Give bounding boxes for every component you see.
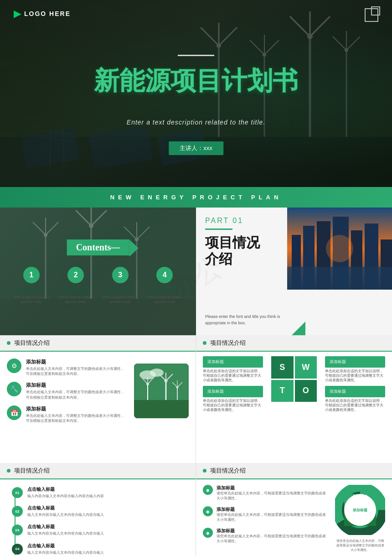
section-header-1: 项目情况介绍	[0, 335, 196, 352]
swot-grid: S W T O	[271, 356, 317, 402]
part01-content: PART 01 项目情况 介绍	[205, 217, 260, 267]
content-item-3: 3 市场竞争水平 This is used to write a specifi…	[102, 267, 139, 305]
right-icon-3: ◆	[203, 528, 213, 538]
swot-right-labels: 添加标题 单击此处添加合适的文字加以说明，可根据自己的需要通过地调整文字大小或者…	[325, 356, 385, 412]
swot-desc-1: 单击此处添加合适的文字加以说明，可根据自己的需要通过地调整文字大小或者颜色等属性…	[203, 369, 263, 382]
project-left-panel: 项目情况介绍 ⚙ 添加标题 单击此处输入文本内容，可调整文字的颜色或者大小等属性…	[0, 335, 196, 463]
donut-desc: 请您单击此处输入文本内容，可根据需要适当地调整文字的颜色或者大小等属性。	[335, 539, 385, 552]
timeline-chart-slide: 项目情况介绍 01 点击输入标题 输入内容办输入文本内容办输入内容办输入内容 0…	[0, 463, 392, 556]
swot-item-1: 添加标题 单击此处添加合适的文字加以说明，可根据自己的需要通过地调整文字大小或者…	[203, 356, 263, 382]
right-item-2-title: 添加标题	[217, 506, 328, 513]
proj-item-2-title: 添加标题	[26, 382, 127, 389]
timeline-desc-4: 输入文本内容办输入文本内容办输入内容办输入	[27, 550, 186, 555]
right-items-body: ◆ 添加标题 请您单击此处输入文本内容，可根据需要适当地调整文字的颜色或者大小等…	[196, 479, 392, 556]
timeline-title-1: 点击输入标题	[27, 486, 186, 493]
donut-inner: 添加标题	[344, 494, 376, 526]
proj-item-2-desc: 单击此处输入文本内容，可调整文字的颜色或者大小等属性，可在模板位置复制粘贴文本内…	[26, 390, 127, 400]
swot-item-3: 添加标题 单击此处添加合适的文字加以说明，可根据自己的需要通过地调整文字大小或者…	[325, 356, 385, 382]
timeline-dot-4: 04	[12, 544, 23, 555]
right-item-3-desc: 请您单击此处输入文本内容，可根据需要适当地调整文字的颜色或者大小等属性。	[217, 534, 328, 544]
content-desc-2: This is used to write a specific body.	[57, 295, 94, 305]
proj-item-3-text: 添加标题 单击此处输入文本内容，可调整文字的颜色或者大小等属性，可在模板位置复制…	[26, 405, 127, 423]
content-label-2: 先进理念优势	[62, 286, 89, 292]
banner-text: NEW ENERGY PROJECT PLAN	[110, 194, 282, 201]
swot-label-2: 添加标题	[203, 386, 263, 397]
right-item-1-text: 添加标题 请您单击此处输入文本内容，可根据需要适当地调整文字的颜色或者大小等属性…	[217, 485, 328, 501]
contents-header: Contents—	[67, 239, 129, 255]
swot-item-4: 添加标题 单击此处添加合适的文字加以说明，可根据自己的需要通过地调整文字大小或者…	[325, 386, 385, 412]
right-item-1-title: 添加标题	[217, 485, 328, 491]
content-desc-4: This is used to write a specific body.	[146, 295, 183, 305]
timeline-dot-1: 01	[12, 487, 23, 498]
project-right-panel: 项目情况介绍 添加标题 单击此处添加合适的文字加以说明，可根据自己的需要通过地调…	[196, 335, 392, 463]
swot-t-cell: T	[271, 380, 294, 402]
right-item-2-text: 添加标题 请您单击此处输入文本内容，可根据需要适当地调整文字的颜色或者大小等属性…	[217, 506, 328, 522]
section-header-4: 项目情况介绍	[196, 463, 392, 479]
swot-body: 添加标题 单击此处添加合适的文字加以说明，可根据自己的需要通过地调整文字大小或者…	[196, 352, 392, 417]
timeline-title-4: 点击输入标题	[27, 543, 186, 549]
swot-grid-container: S W T O	[268, 356, 320, 412]
part01-panel: PART 01 项目情况 介绍 Please enter the font an…	[196, 208, 392, 335]
right-item-1-desc: 请您单击此处输入文本内容，可根据需要适当地调整文字的颜色或者大小等属性。	[217, 491, 328, 501]
green-banner: NEW ENERGY PROJECT PLAN	[0, 187, 392, 208]
timeline-desc-2: 输入文本内容办输入文本内容办输入内容办输入	[27, 512, 186, 517]
proj-item-1: ⚙ 添加标题 单击此处输入文本内容，可调整文字的颜色或者大小等属性，可在模板位置…	[7, 359, 127, 376]
section-title-1: 项目情况介绍	[14, 339, 50, 347]
timeline-title-2: 点击输入标题	[27, 505, 186, 511]
timeline-desc-3: 输入文本内容办输入文本内容办输入内容办输入	[27, 531, 186, 536]
section-title-3: 项目情况介绍	[14, 467, 50, 475]
content-item-2: 2 先进理念优势 This is used to write a specifi…	[57, 267, 94, 305]
wrench-icon: 🔧	[7, 382, 21, 396]
part01-divider	[205, 229, 232, 230]
corner-fold-decoration	[292, 322, 305, 335]
swot-s-cell: S	[271, 356, 294, 379]
content-item-4: 4 未来发展前景 This is used to write a specifi…	[146, 267, 183, 305]
swot-label-1: 添加标题	[203, 356, 263, 368]
contents-panel: Contents— 1 项目情况介绍 This is used to write…	[0, 208, 196, 335]
timeline-title-3: 点击输入标题	[27, 524, 186, 530]
right-item-2-desc: 请您单击此处输入文本内容，可根据需要适当地调整文字的颜色或者大小等属性。	[217, 513, 328, 522]
timeline-item-1: 01 点击输入标题 输入内容办输入文本内容办输入内容办输入内容	[27, 486, 186, 499]
part01-desc: Please enter the font and title you thin…	[205, 314, 292, 326]
proj-item-1-text: 添加标题 单击此处输入文本内容，可调整文字的颜色或者大小等属性，可在模板位置复制…	[26, 359, 127, 376]
right-icon-1: ◆	[203, 485, 213, 495]
svg-point-59	[150, 369, 164, 377]
proj-item-3: 📅 添加标题 单击此处输入文本内容，可调整文字的颜色或者大小等属性，可在模板位置…	[7, 405, 127, 423]
header-dot-3	[7, 469, 10, 473]
svg-rect-57	[134, 400, 189, 418]
timeline-panel: 项目情况介绍 01 点击输入标题 输入内容办输入文本内容办输入内容办输入内容 0…	[0, 463, 196, 556]
proj-body-1: ⚙ 添加标题 单击此处输入文本内容，可调整文字的颜色或者大小等属性，可在模板位置…	[0, 352, 196, 430]
contents-items-list: 1 项目情况介绍 This is used to write a specifi…	[9, 267, 187, 305]
content-circle-1: 1	[23, 267, 40, 283]
header-dot-4	[203, 469, 206, 473]
swot-item-2: 添加标题 单击此处添加合适的文字加以说明，可根据自己的需要通过地调整文字大小或者…	[203, 386, 263, 412]
timeline-body: 01 点击输入标题 输入内容办输入文本内容办输入内容办输入内容 02 点击输入标…	[0, 479, 196, 556]
content-desc-1: This is used to write a specific body.	[13, 295, 50, 305]
hero-slide: ▶ LOGO HERE 新能源项目计划书 Enter a text descri…	[0, 0, 392, 187]
timeline-item-3: 03 点击输入标题 输入文本内容办输入文本内容办输入内容办输入	[27, 524, 186, 536]
swot-grid-area: 添加标题 单击此处添加合适的文字加以说明，可根据自己的需要通过地调整文字大小或者…	[203, 356, 385, 412]
project-sections: 项目情况介绍 ⚙ 添加标题 单击此处输入文本内容，可调整文字的颜色或者大小等属性…	[0, 335, 392, 463]
section-title-2: 项目情况介绍	[210, 339, 246, 347]
content-circle-2: 2	[67, 267, 84, 283]
svg-rect-54	[287, 267, 392, 290]
part01-title: 项目情况 介绍	[205, 234, 260, 267]
timeline-desc-1: 输入内容办输入文本内容办输入内容办输入内容	[27, 494, 186, 499]
part01-image	[287, 208, 392, 290]
main-title: 新能源项目计划书	[94, 64, 298, 99]
content-item-1: 1 项目情况介绍 This is used to write a specifi…	[13, 267, 50, 305]
proj-item-2-text: 添加标题 单击此处输入文本内容，可调整文字的颜色或者大小等属性，可在模板位置复制…	[26, 382, 127, 400]
section-title-4: 项目情况介绍	[210, 467, 246, 475]
content-circle-3: 3	[112, 267, 129, 283]
timeline-dot-2: 02	[12, 506, 23, 517]
donut-chart: 添加标题	[335, 485, 385, 535]
right-item-3-text: 添加标题 请您单击此处输入文本内容，可根据需要适当地调整文字的颜色或者大小等属性…	[217, 528, 328, 544]
gear-icon: ⚙	[7, 359, 21, 373]
content-label-4: 未来发展前景	[151, 286, 178, 292]
content-label-3: 市场竞争水平	[107, 286, 134, 292]
proj-item-1-desc: 单击此处输入文本内容，可调整文字的颜色或者大小等属性，可在模板位置复制粘贴文本内…	[26, 366, 127, 376]
contents-slide: Contents— 1 项目情况介绍 This is used to write…	[0, 208, 392, 335]
section-header-3: 项目情况介绍	[0, 463, 196, 479]
proj-items-list: ⚙ 添加标题 单击此处输入文本内容，可调整文字的颜色或者大小等属性，可在模板位置…	[7, 359, 127, 423]
right-icon-2: ◆	[203, 506, 213, 516]
